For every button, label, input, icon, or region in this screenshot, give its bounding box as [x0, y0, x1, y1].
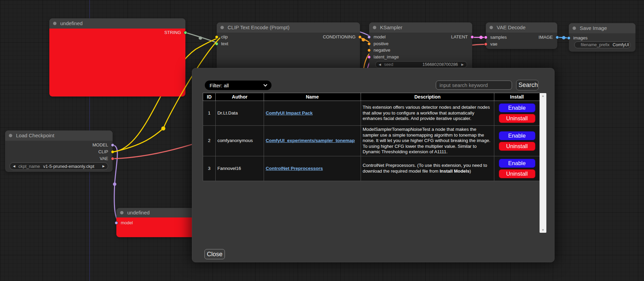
- extension-link[interactable]: ComfyUI Impact Pack: [266, 110, 313, 116]
- header-id: ID: [203, 93, 216, 101]
- output-slot-clip[interactable]: [111, 150, 114, 154]
- search-input[interactable]: [436, 81, 512, 90]
- filter-selected-value: Filter: all: [210, 83, 229, 88]
- enable-button[interactable]: Enable: [499, 103, 535, 112]
- node-title: Save Image: [580, 25, 607, 31]
- input-label: positive: [374, 41, 389, 46]
- widget-name: ckpt_name: [18, 164, 40, 169]
- input-slot-text[interactable]: [215, 42, 218, 46]
- output-slot-model[interactable]: [111, 143, 114, 147]
- link-dot-model: [113, 182, 116, 186]
- node-title: undefined: [127, 210, 150, 215]
- output-label: IMAGE: [539, 35, 553, 40]
- input-slot-model[interactable]: [115, 221, 118, 225]
- close-button[interactable]: Close: [204, 249, 225, 259]
- wire-string-to-text: [186, 33, 220, 44]
- input-slot-images[interactable]: [567, 36, 571, 40]
- chevron-down-icon: [263, 83, 267, 86]
- ckpt-name-widget[interactable]: ◀ ckpt_name v1-5-pruned-emaonly.ckpt ▶: [10, 162, 108, 170]
- decrement-icon[interactable]: ◀: [379, 63, 381, 66]
- input-slot-positive[interactable]: [367, 42, 371, 46]
- uninstall-button[interactable]: Uninstall: [499, 169, 535, 178]
- extension-link[interactable]: ComfyUI_experiments/sampler_tonemap: [266, 138, 355, 143]
- manager-dialog: Filter: all Search ID Author Name Descri…: [192, 68, 555, 262]
- output-label: VAE: [100, 156, 108, 161]
- widget-value: v1-5-pruned-emaonly.ckpt: [43, 164, 94, 169]
- cell-id: 1: [203, 101, 216, 126]
- extension-link[interactable]: ControlNet Preprocessors: [266, 166, 323, 171]
- node-load-checkpoint[interactable]: Load Checkpoint MODEL CLIP VAE ◀ ckpt_na…: [5, 130, 113, 172]
- output-slot-string[interactable]: [184, 31, 187, 34]
- node-collapse-dot[interactable]: [120, 211, 123, 214]
- node-collapse-dot[interactable]: [9, 134, 12, 137]
- enable-button[interactable]: Enable: [499, 159, 535, 168]
- node-title: KSampler: [380, 24, 402, 30]
- node-collapse-dot[interactable]: [490, 26, 493, 29]
- header-name: Name: [264, 93, 361, 101]
- link-dot-conditioning: [362, 38, 365, 41]
- cell-description: This extension offers various detector n…: [361, 101, 494, 126]
- cell-author: Dr.Lt.Data: [216, 101, 264, 126]
- node-save-image[interactable]: Save Image images filename_prefix ComfyU…: [569, 23, 635, 52]
- header-author: Author: [216, 93, 264, 101]
- node-vae-decode[interactable]: VAE Decode samples vae IMAGE: [486, 22, 557, 49]
- scroll-up-icon[interactable]: ▲: [540, 94, 546, 98]
- node-collapse-dot[interactable]: [373, 26, 376, 29]
- node-title: VAE Decode: [497, 24, 526, 30]
- input-slot-negative[interactable]: [367, 49, 371, 52]
- extension-row: 2 comfyanonymous ComfyUI_experiments/sam…: [203, 126, 540, 156]
- node-error-body: [49, 29, 185, 96]
- filename-prefix-widget[interactable]: filename_prefix ComfyUI: [574, 41, 631, 48]
- next-icon[interactable]: ▶: [102, 165, 105, 168]
- input-label: images: [573, 35, 588, 40]
- widget-value: ComfyUI: [613, 42, 629, 47]
- prev-icon[interactable]: ◀: [13, 165, 15, 168]
- input-label: model: [121, 220, 133, 225]
- cell-author: comfyanonymous: [216, 126, 264, 156]
- output-slot-latent[interactable]: [470, 35, 474, 39]
- cell-id: 2: [203, 126, 216, 156]
- uninstall-button[interactable]: Uninstall: [499, 142, 535, 151]
- node-undefined-bottom[interactable]: undefined model: [116, 208, 198, 237]
- scrollbar[interactable]: ▲ ▼: [540, 93, 546, 233]
- link-dot-clip: [161, 126, 165, 130]
- node-collapse-dot[interactable]: [220, 26, 224, 29]
- enable-button[interactable]: Enable: [499, 131, 535, 140]
- filter-select[interactable]: Filter: all: [205, 81, 271, 90]
- table-header-row: ID Author Name Description Install: [203, 93, 540, 101]
- output-slot-image[interactable]: [556, 36, 559, 39]
- input-label: negative: [374, 48, 390, 53]
- node-collapse-dot[interactable]: [53, 22, 56, 25]
- output-label: CLIP: [98, 149, 108, 154]
- output-slot-conditioning[interactable]: [358, 35, 362, 39]
- output-label: MODEL: [93, 142, 108, 147]
- header-install: Install: [494, 93, 540, 101]
- node-title: Load Checkpoint: [16, 133, 54, 138]
- link-dot-string: [199, 36, 202, 40]
- input-slot-vae[interactable]: [484, 42, 488, 46]
- uninstall-button[interactable]: Uninstall: [499, 114, 535, 123]
- input-label: vae: [490, 41, 497, 47]
- output-label: LATENT: [451, 34, 468, 39]
- node-collapse-dot[interactable]: [573, 27, 576, 30]
- cell-id: 3: [203, 156, 216, 181]
- input-label: latent_image: [374, 54, 399, 59]
- output-slot-vae[interactable]: [111, 157, 114, 160]
- node-title: undefined: [60, 20, 83, 26]
- node-title: CLIP Text Encode (Prompt): [228, 24, 290, 30]
- search-button[interactable]: Search: [516, 80, 539, 90]
- extension-row: 3 Fannovel16 ControlNet Preprocessors Co…: [203, 156, 540, 181]
- increment-icon[interactable]: ▶: [461, 63, 464, 66]
- comfyui-canvas[interactable]: undefined STRING CLIP Text Encode (Promp…: [0, 0, 644, 281]
- link-dot-image: [562, 36, 565, 39]
- header-description: Description: [361, 93, 494, 101]
- seed-widget[interactable]: ◀ seed 156680208700286 ▶: [375, 61, 467, 68]
- input-slot-latent-image[interactable]: [367, 55, 371, 59]
- node-undefined-top[interactable]: undefined STRING: [49, 18, 185, 96]
- widget-value: 156680208700286: [423, 62, 458, 67]
- extension-table-wrap: ID Author Name Description Install 1 Dr.…: [203, 93, 547, 233]
- output-label: STRING: [164, 30, 181, 35]
- widget-name: seed: [384, 62, 393, 67]
- scroll-down-icon[interactable]: ▼: [540, 228, 546, 232]
- widget-name: filename_prefix: [581, 42, 610, 47]
